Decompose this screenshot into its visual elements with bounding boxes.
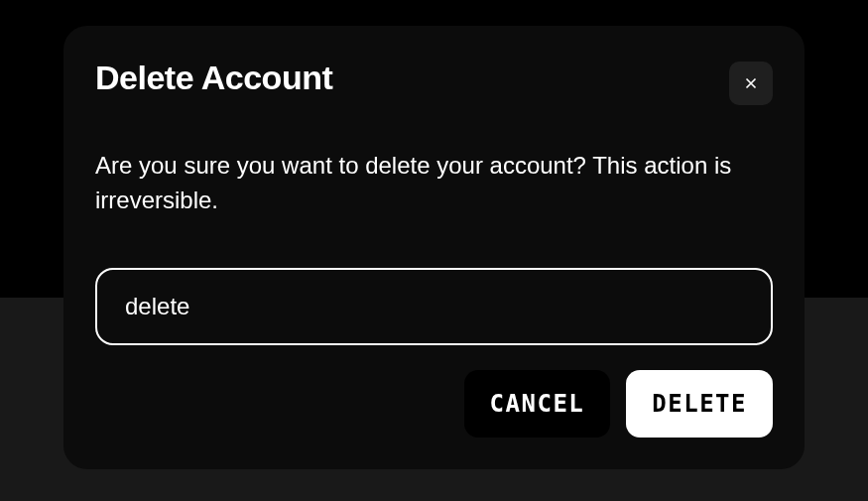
cancel-button[interactable]: CANCEL xyxy=(464,370,611,438)
confirm-input[interactable] xyxy=(95,268,773,345)
modal-title: Delete Account xyxy=(95,60,332,96)
delete-account-modal: Delete Account Are you sure you want to … xyxy=(63,26,805,469)
modal-header: Delete Account xyxy=(95,60,773,105)
modal-message: Are you sure you want to delete your acc… xyxy=(95,149,773,218)
modal-footer: CANCEL DELETE xyxy=(95,350,773,438)
delete-button[interactable]: DELETE xyxy=(626,370,773,438)
close-button[interactable] xyxy=(729,62,773,105)
close-icon xyxy=(742,74,760,92)
